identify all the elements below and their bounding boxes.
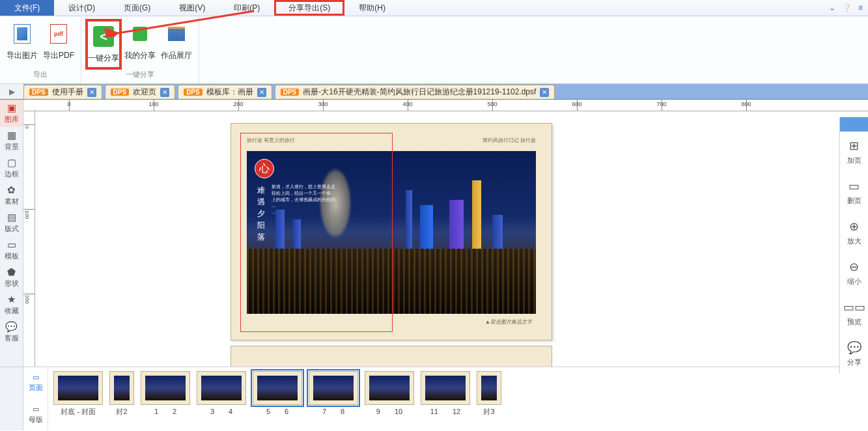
mode-page-button[interactable]: ▭ 页面 [23, 367, 48, 399]
doc-tab-1[interactable]: DPS欢迎页✕ [105, 85, 176, 99]
help-icon[interactable]: ❔ [842, 3, 852, 12]
thumb-label: 封2 [116, 407, 127, 417]
heart-badge[interactable]: 心 [255, 159, 274, 178]
right-panel-item-2[interactable]: ⊕放大 [840, 212, 868, 253]
thumb-label: 7 8 [322, 407, 344, 417]
right-panel-item-5[interactable]: 💬分享 [840, 333, 868, 374]
ruler-tick: 800 [741, 101, 751, 107]
right-panel-label: 加页 [847, 156, 861, 165]
ruler-tick: 700 [656, 101, 666, 107]
page-spread[interactable]: 旅行是 有意义的旅行 简约风旅行日记 旅行是 [231, 123, 552, 341]
right-panel-item-3[interactable]: ⊖缩小 [840, 253, 868, 293]
right-panel-label: 预览 [847, 317, 861, 327]
sidebar-label: 收藏 [5, 306, 19, 316]
thumb-1[interactable]: 封2 [109, 371, 134, 417]
vruler-tick: 200 [24, 295, 30, 303]
menu-item-2[interactable]: 页面(G) [109, 0, 165, 16]
sidebar-icon: ✿ [7, 184, 16, 196]
play-icon[interactable]: ▶ [0, 84, 23, 99]
page-mode-icon: ▭ [33, 373, 39, 382]
export-pdf-icon: pdf [48, 23, 70, 45]
thumbnail-left-gutter [0, 367, 23, 430]
ruler-tick: 0 [67, 101, 70, 107]
dps-badge-icon: DPS [111, 89, 130, 96]
more-icon[interactable]: ≡ [858, 3, 863, 12]
master-mode-icon: ▭ [33, 405, 39, 413]
close-icon[interactable]: ✕ [160, 88, 169, 97]
export-pdf-label: 导出PDF [43, 50, 74, 61]
dps-badge-icon: DPS [29, 89, 48, 96]
menu-item-0[interactable]: 文件(F) [0, 0, 54, 16]
ruler-tick: 300 [318, 101, 328, 107]
menu-item-6[interactable]: 帮助(H) [344, 0, 400, 16]
canvas[interactable]: 旅行是 有意义的旅行 简约风旅行日记 旅行是 [35, 111, 868, 367]
menu-item-1[interactable]: 设计(D) [54, 0, 109, 16]
export-pdf-button[interactable]: pdf 导出PDF [40, 19, 77, 70]
right-panel: ⊞加页▭删页⊕放大⊖缩小▭▭预览💬分享 [839, 117, 868, 374]
sidebar-icon: ★ [7, 294, 16, 305]
sidebar-item-4[interactable]: ▤版式 [0, 209, 23, 236]
sidebar-item-7[interactable]: ★收藏 [0, 291, 23, 318]
thumb-0[interactable]: 封底 - 封面 [53, 371, 103, 417]
export-image-button[interactable]: 导出图片 [4, 19, 40, 70]
sidebar-item-0[interactable]: ▣图库 [0, 100, 23, 127]
thumbnail-scroll[interactable]: 封底 - 封面封21 23 45 67 89 1011 12封3 [48, 367, 868, 430]
close-icon[interactable]: ✕ [540, 88, 549, 97]
close-icon[interactable]: ✕ [87, 88, 96, 97]
my-share-icon [129, 23, 151, 45]
one-click-share-button[interactable]: 一键分享 [85, 19, 122, 70]
sidebar-label: 素材 [5, 197, 19, 206]
ruler-tick: 100 [148, 101, 158, 107]
sidebar-item-8[interactable]: 💬客服 [0, 318, 23, 346]
close-icon[interactable]: ✕ [257, 88, 266, 97]
my-share-button[interactable]: 我的分享 [122, 19, 158, 70]
doc-tab-0[interactable]: DPS使用手册✕ [23, 85, 102, 99]
sidebar-item-1[interactable]: ▦背景 [0, 127, 23, 154]
doc-tab-3[interactable]: DPS画册-大16开硬壳精装-简约风旅行日记旅游纪念册191219-1102.d… [275, 85, 555, 99]
dps-badge-icon: DPS [184, 89, 203, 96]
gallery-button[interactable]: 作品展厅 [158, 19, 195, 70]
right-panel-label: 缩小 [847, 277, 861, 286]
dropdown-icon[interactable]: ⌄ [829, 3, 835, 12]
doc-tab-2[interactable]: DPS模板库：画册✕ [178, 85, 272, 99]
mode-page-label: 页面 [29, 383, 43, 393]
left-sidebar: ▣图库▦背景▢边框✿素材▤版式▭模板⬟形状★收藏💬客服 [0, 100, 23, 367]
thumb-pair-12[interactable]: 11 12 [421, 371, 470, 417]
share-icon [92, 25, 115, 48]
right-panel-icon: 💬 [847, 341, 861, 355]
vertical-title[interactable]: 难遇夕阳落 [257, 185, 265, 243]
page-spread-next[interactable] [231, 346, 552, 367]
sidebar-item-6[interactable]: ⬟形状 [0, 264, 23, 291]
right-panel-icon: ▭▭ [843, 300, 865, 314]
horizontal-ruler: 1000100200300400500600700800 [23, 100, 868, 111]
sidebar-label: 背景 [5, 142, 19, 152]
sidebar-icon: ▤ [7, 212, 16, 223]
thumb-pair-8[interactable]: 7 8 [309, 371, 358, 417]
thumb-pair-2[interactable]: 1 2 [141, 371, 190, 417]
dps-badge-icon: DPS [281, 89, 300, 96]
ruler-tick: 600 [572, 101, 581, 107]
mode-master-label: 母版 [29, 415, 43, 424]
right-panel-item-4[interactable]: ▭▭预览 [840, 293, 868, 333]
thumb-pair-6[interactable]: 5 6 [253, 371, 302, 417]
doc-tab-label: 欢迎页 [133, 87, 156, 98]
sidebar-item-3[interactable]: ✿素材 [0, 182, 23, 209]
thumb-label: 9 10 [376, 407, 402, 417]
right-panel-header[interactable] [840, 117, 868, 132]
menu-item-3[interactable]: 视图(V) [165, 0, 219, 16]
right-panel-item-1[interactable]: ▭删页 [840, 172, 868, 212]
mode-master-button[interactable]: ▭ 母版 [23, 399, 48, 431]
right-panel-item-0[interactable]: ⊞加页 [840, 132, 868, 172]
doc-tab-label: 画册-大16开硬壳精装-简约风旅行日记旅游纪念册191219-1102.dpsf [303, 87, 536, 98]
thumb-pair-10[interactable]: 9 10 [365, 371, 414, 417]
right-panel-icon: ⊕ [849, 219, 859, 234]
canvas-area: 1000100200300400500600700800 0100200300 … [23, 100, 868, 367]
thumb-pair-4[interactable]: 3 4 [197, 371, 246, 417]
menu-item-4[interactable]: 印刷(P) [219, 0, 274, 16]
sidebar-item-5[interactable]: ▭模板 [0, 236, 23, 264]
body-text[interactable]: 旅途，才入道行，想上世界走走轻松上岗，轻出一个又一个拳上的城市，去博览藏成的自然… [272, 184, 335, 216]
sidebar-item-2[interactable]: ▢边框 [0, 154, 23, 182]
thumb-14[interactable]: 封3 [477, 371, 501, 417]
menu-item-5[interactable]: 分享导出(S) [274, 0, 344, 16]
sidebar-icon: 💬 [5, 321, 18, 333]
